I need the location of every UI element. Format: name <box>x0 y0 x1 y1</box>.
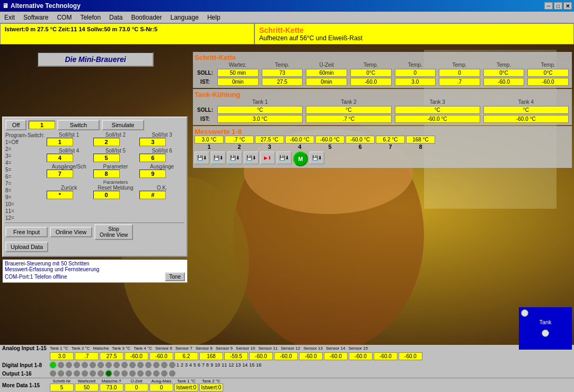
icon-btn-4[interactable]: 💾⬇ <box>244 152 259 164</box>
digital-led-6 <box>90 362 96 368</box>
output-led-7 <box>98 370 104 377</box>
status-msg-3: COM-Port:1 Telefon offline <box>5 274 67 280</box>
md-2: 50 <box>75 384 99 391</box>
analog-label: Analog Input 1-15 <box>2 345 50 351</box>
icon-btn-6[interactable]: 💾⬇ <box>277 152 292 164</box>
btn-7[interactable]: 7 <box>47 170 73 178</box>
off-button[interactable]: Off <box>5 120 27 130</box>
tone-button[interactable]: Tone <box>165 272 185 281</box>
btn-0[interactable]: 0 <box>93 191 120 199</box>
output-led-6 <box>90 370 96 377</box>
soll-ist-4[interactable]: 4 <box>47 154 73 162</box>
analog-val-1: 3.0 <box>50 352 74 360</box>
mw-3: 27.5 °C <box>255 136 284 144</box>
tank-display: Tank <box>519 307 572 350</box>
status-line1: Istwert:0 m 27.5 °C Zeit:11 14 Sollw:50 … <box>5 26 250 32</box>
output-led-16 <box>169 370 175 377</box>
analog-val-13: -60.0 <box>349 352 373 360</box>
schritt-kette-section: Schritt-Kette Wartez. Temp. Ü-Zeit Temp.… <box>193 52 572 88</box>
messwerte-heading: Messwerte 1-8 <box>195 128 570 136</box>
icon-buttons-row: 💾⬇ 💾⬇ 💾⬇ 💾⬇ ▶⬇ 💾⬇ M 💾⬇ <box>195 152 570 166</box>
mw-1: 3.0 °C <box>195 136 224 144</box>
tk-ist-3: -60.0 °C <box>395 115 480 123</box>
btn-9[interactable]: 9 <box>139 170 166 178</box>
analog-val-5: -60.0 <box>149 352 173 360</box>
menu-telefon[interactable]: Telefon <box>76 13 105 22</box>
icon-btn-1[interactable]: 💾⬇ <box>195 152 209 164</box>
menu-help[interactable]: Help <box>203 13 225 22</box>
soll-ist-1[interactable]: 1 <box>47 138 73 146</box>
md-1: 5 <box>50 384 74 391</box>
btn-hash[interactable]: # <box>139 191 166 199</box>
menu-language[interactable]: Language <box>166 13 202 22</box>
sk-ist-8: -60.0 <box>527 78 569 86</box>
analog-val-8: -59.5 <box>224 352 248 360</box>
btn-8[interactable]: 8 <box>93 170 120 178</box>
schritt-kette-title: Schritt-Kette <box>259 26 569 34</box>
sk-soll-5: 0 <box>395 69 436 77</box>
schritt-kette-table: Wartez. Temp. Ü-Zeit Temp. Temp. Temp. T… <box>195 61 570 86</box>
analog-val-9: -60.0 <box>249 352 273 360</box>
app-title-text: Die Mini-Brauerei <box>65 55 126 64</box>
status-messages: Brauerei-Steuerung mit 50 Schritten Mess… <box>2 259 188 283</box>
menu-bar: Exit Software COM Telefon Data Bootloade… <box>0 12 574 23</box>
analog-val-4: -60.0 <box>125 352 148 360</box>
left-panel: Die Mini-Brauerei Off 1 Switch Simulate … <box>0 50 191 285</box>
soll-ist-section: Program-Switch: 1=Off 2=3=4=5= 6=7=8=9= … <box>5 132 184 221</box>
digital-led-14 <box>153 362 160 368</box>
btn-star[interactable]: * <box>47 191 73 199</box>
close-button[interactable]: ✕ <box>563 2 572 10</box>
analog-header-row: Analog Input 1-15 Tank 1 °C Tank 2 °C Ma… <box>0 345 574 352</box>
soll-ist-5[interactable]: 5 <box>93 154 120 162</box>
output-led-1 <box>50 370 56 377</box>
output-led-13 <box>145 370 152 377</box>
analog-val-2: .7 <box>75 352 99 360</box>
sk-ist-7: -60.0 <box>483 78 525 86</box>
free-input-button[interactable]: Free Input <box>5 227 48 237</box>
simulate-button[interactable]: Simulate <box>102 120 144 130</box>
sk-ist-3: 0min <box>306 78 347 86</box>
menu-data[interactable]: Data <box>105 13 127 22</box>
icon-btn-8[interactable]: 💾⬇ <box>310 152 324 164</box>
online-view-button[interactable]: Online View <box>50 227 92 237</box>
upload-data-button[interactable]: Upload Data <box>5 242 48 252</box>
output-led-8 <box>105 370 112 377</box>
restore-button[interactable]: □ <box>554 2 562 10</box>
switch-row: Off 1 Switch Simulate <box>5 120 184 130</box>
digital-led-1 <box>50 362 56 368</box>
minimize-button[interactable]: ─ <box>544 2 553 10</box>
output-led-10 <box>121 370 128 377</box>
digital-led-3 <box>66 362 72 368</box>
output-led-3 <box>66 370 72 377</box>
analog-val-12: -60.0 <box>324 352 348 360</box>
menu-com[interactable]: COM <box>52 13 76 22</box>
upload-row: Upload Data <box>5 242 184 252</box>
digital-leds <box>50 361 175 369</box>
analog-val-14: -60.0 <box>374 352 398 360</box>
control-panel: Off 1 Switch Simulate Program-Switch: 1=… <box>2 117 188 257</box>
soll-ist-6[interactable]: 6 <box>139 154 166 162</box>
soll-ist-3[interactable]: 3 <box>139 138 166 146</box>
mw-2: .7 °C <box>225 136 254 144</box>
menu-bootloader[interactable]: Bootloader <box>127 13 166 22</box>
output-led-5 <box>82 370 88 377</box>
icon-btn-2[interactable]: 💾⬇ <box>211 152 226 164</box>
schritt-kette-heading: Schritt-Kette <box>195 54 570 61</box>
sk-soll-4: 0°C <box>350 69 392 77</box>
sk-ist-1: 0min <box>217 78 259 86</box>
analog-values-row: 3.0 .7 27.5 -60.0 -60.0 6.2 168 -59.5 -6… <box>0 352 574 361</box>
m-button[interactable]: M <box>293 152 308 166</box>
digital-led-12 <box>137 362 144 368</box>
switch-button[interactable]: Switch <box>57 120 100 130</box>
digital-led-8 <box>105 362 112 368</box>
status-msg-2: Messwert-Erfassung und Fernsteuerung <box>5 266 185 272</box>
tank-led-bottom <box>542 329 549 337</box>
stop-online-view-button[interactable]: StopOnline View <box>94 224 133 240</box>
mw-4: -60.0 °C <box>285 136 314 144</box>
icon-btn-5[interactable]: ▶⬇ <box>260 152 275 164</box>
tk-ist-4: -60.0 °C <box>483 115 569 123</box>
menu-exit[interactable]: Exit <box>0 13 19 22</box>
soll-ist-2[interactable]: 2 <box>93 138 120 146</box>
icon-btn-3[interactable]: 💾⬇ <box>227 152 242 164</box>
menu-software[interactable]: Software <box>19 13 52 22</box>
